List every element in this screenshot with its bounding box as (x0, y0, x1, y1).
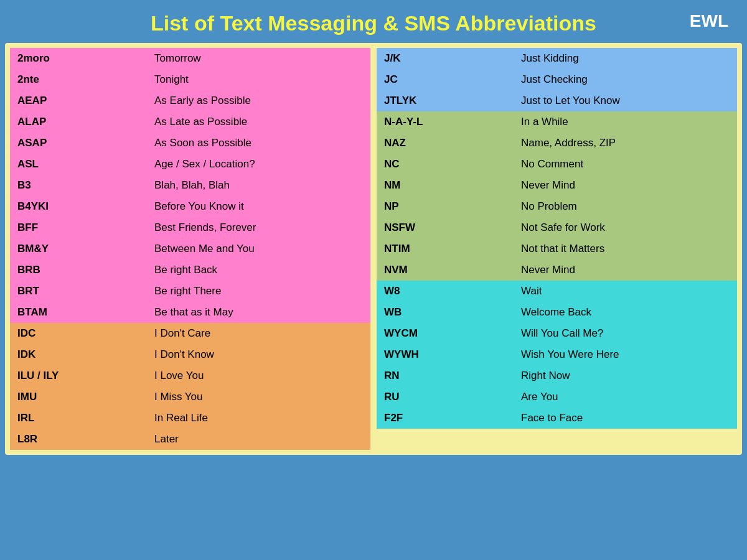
meaning-cell: Will You Call Me? (514, 323, 737, 344)
right-blue-section: J/K Just Kidding JC Just Checking JTLYK … (377, 48, 737, 111)
table-row: ALAP As Late as Possible (10, 111, 370, 133)
right-table: J/K Just Kidding JC Just Checking JTLYK … (377, 48, 737, 429)
abbr-cell: 2moro (10, 48, 147, 69)
table-row: 2moro Tomorrow (10, 48, 370, 69)
meaning-cell: Are You (514, 386, 737, 408)
meaning-cell: Tonight (147, 69, 370, 90)
meaning-cell: Wish You Were Here (514, 344, 737, 365)
left-orange-section: IDC I Don't Care IDK I Don't Know ILU / … (10, 323, 370, 450)
meaning-cell: In a While (514, 111, 737, 133)
table-row: 2nte Tonight (10, 69, 370, 90)
meaning-cell: I Love You (147, 365, 370, 386)
main-content: 2moro Tomorrow 2nte Tonight AEAP As Earl… (5, 43, 742, 455)
table-row: NVM Never Mind (377, 259, 737, 281)
abbr-cell: NC (377, 154, 514, 175)
abbr-cell: JTLYK (377, 90, 514, 111)
meaning-cell: Be right There (147, 281, 370, 302)
table-row: JC Just Checking (377, 69, 737, 90)
abbr-cell: L8R (10, 429, 147, 450)
right-column: J/K Just Kidding JC Just Checking JTLYK … (377, 48, 737, 450)
abbr-cell: F2F (377, 408, 514, 429)
table-row: B4YKI Before You Know it (10, 196, 370, 217)
meaning-cell: I Miss You (147, 386, 370, 408)
meaning-cell: Never Mind (514, 175, 737, 196)
meaning-cell: Face to Face (514, 408, 737, 429)
table-row: RU Are You (377, 386, 737, 408)
abbr-cell: BM&Y (10, 238, 147, 259)
abbr-cell: JC (377, 69, 514, 90)
table-row: RN Right Now (377, 365, 737, 386)
left-pink-section: 2moro Tomorrow 2nte Tonight AEAP As Earl… (10, 48, 370, 323)
table-row: BM&Y Between Me and You (10, 238, 370, 259)
header: List of Text Messaging & SMS Abbreviatio… (0, 0, 747, 43)
meaning-cell: Age / Sex / Location? (147, 154, 370, 175)
abbr-cell: BRT (10, 281, 147, 302)
meaning-cell: Be right Back (147, 259, 370, 281)
abbr-cell: IDC (10, 323, 147, 344)
meaning-cell: Not that it Matters (514, 238, 737, 259)
table-row: WYCM Will You Call Me? (377, 323, 737, 344)
table-row: NSFW Not Safe for Work (377, 217, 737, 238)
left-table: 2moro Tomorrow 2nte Tonight AEAP As Earl… (10, 48, 370, 450)
meaning-cell: I Don't Know (147, 344, 370, 365)
meaning-cell: Before You Know it (147, 196, 370, 217)
meaning-cell: Wait (514, 281, 737, 302)
right-green-section: N-A-Y-L In a While NAZ Name, Address, ZI… (377, 111, 737, 281)
meaning-cell: Name, Address, ZIP (514, 133, 737, 154)
page-wrapper: List of Text Messaging & SMS Abbreviatio… (0, 0, 747, 455)
meaning-cell: Between Me and You (147, 238, 370, 259)
right-cyan-section: W8 Wait WB Welcome Back WYCM Will You Ca… (377, 281, 737, 429)
meaning-cell: As Late as Possible (147, 111, 370, 133)
table-row: WB Welcome Back (377, 302, 737, 323)
abbr-cell: NAZ (377, 133, 514, 154)
abbr-cell: ASAP (10, 133, 147, 154)
abbr-cell: IRL (10, 408, 147, 429)
abbr-cell: AEAP (10, 90, 147, 111)
abbr-cell: W8 (377, 281, 514, 302)
meaning-cell: Not Safe for Work (514, 217, 737, 238)
abbr-cell: B4YKI (10, 196, 147, 217)
table-row: ILU / ILY I Love You (10, 365, 370, 386)
meaning-cell: As Early as Possible (147, 90, 370, 111)
table-row: NP No Problem (377, 196, 737, 217)
abbr-cell: NP (377, 196, 514, 217)
meaning-cell: No Comment (514, 154, 737, 175)
meaning-cell: Just Kidding (514, 48, 737, 69)
table-row: BRB Be right Back (10, 259, 370, 281)
page-title: List of Text Messaging & SMS Abbreviatio… (151, 11, 596, 35)
abbr-cell: BTAM (10, 302, 147, 323)
meaning-cell: As Soon as Possible (147, 133, 370, 154)
abbr-cell: NVM (377, 259, 514, 281)
abbr-cell: WYWH (377, 344, 514, 365)
table-row: B3 Blah, Blah, Blah (10, 175, 370, 196)
table-row: NC No Comment (377, 154, 737, 175)
table-row: ASL Age / Sex / Location? (10, 154, 370, 175)
abbr-cell: ASL (10, 154, 147, 175)
abbr-cell: BRB (10, 259, 147, 281)
abbr-cell: WYCM (377, 323, 514, 344)
meaning-cell: Later (147, 429, 370, 450)
abbr-cell: 2nte (10, 69, 147, 90)
table-row: JTLYK Just to Let You Know (377, 90, 737, 111)
table-row: NAZ Name, Address, ZIP (377, 133, 737, 154)
abbr-cell: NM (377, 175, 514, 196)
abbr-cell: IDK (10, 344, 147, 365)
abbr-cell: NSFW (377, 217, 514, 238)
table-row: NM Never Mind (377, 175, 737, 196)
table-row: N-A-Y-L In a While (377, 111, 737, 133)
table-row: IMU I Miss You (10, 386, 370, 408)
table-row: IDK I Don't Know (10, 344, 370, 365)
table-row: W8 Wait (377, 281, 737, 302)
meaning-cell: In Real Life (147, 408, 370, 429)
abbr-cell: RN (377, 365, 514, 386)
meaning-cell: Just to Let You Know (514, 90, 737, 111)
table-row: J/K Just Kidding (377, 48, 737, 69)
table-row: ASAP As Soon as Possible (10, 133, 370, 154)
two-column-layout: 2moro Tomorrow 2nte Tonight AEAP As Earl… (10, 48, 737, 450)
table-row: BTAM Be that as it May (10, 302, 370, 323)
meaning-cell: No Problem (514, 196, 737, 217)
meaning-cell: Be that as it May (147, 302, 370, 323)
abbr-cell: RU (377, 386, 514, 408)
abbr-cell: ALAP (10, 111, 147, 133)
meaning-cell: Tomorrow (147, 48, 370, 69)
